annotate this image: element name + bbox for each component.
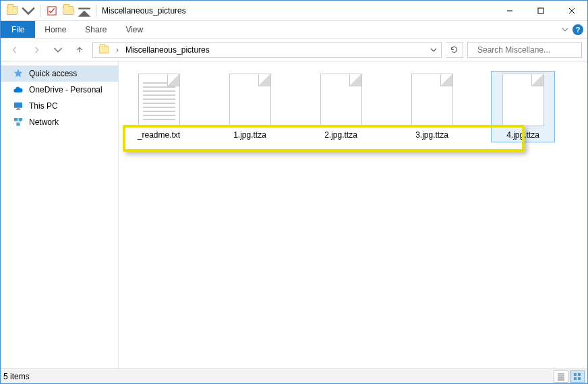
svg-rect-9 xyxy=(574,373,577,376)
svg-rect-10 xyxy=(578,373,581,376)
tab-view[interactable]: View xyxy=(116,21,152,38)
file-item[interactable]: 4.jpg.ttza xyxy=(491,71,555,142)
quick-access-toolbar xyxy=(1,3,99,18)
folder-icon[interactable] xyxy=(61,3,76,18)
chevron-right-icon: › xyxy=(116,45,119,55)
maximize-button[interactable] xyxy=(525,1,556,20)
properties-checkbox-icon[interactable] xyxy=(45,3,59,18)
sidebar-item-this-pc[interactable]: This PC xyxy=(1,98,118,114)
files-container: _readme.txt1.jpg.ttza2.jpg.ttza3.jpg.ttz… xyxy=(127,71,579,142)
file-label: 4.jpg.ttza xyxy=(506,130,539,140)
tab-share[interactable]: Share xyxy=(76,21,116,38)
svg-rect-12 xyxy=(578,377,581,380)
back-button[interactable] xyxy=(6,41,24,59)
folder-icon[interactable] xyxy=(5,3,20,18)
sidebar-item-onedrive[interactable]: OneDrive - Personal xyxy=(1,82,118,98)
minimize-button[interactable] xyxy=(494,1,525,20)
file-list-pane[interactable]: _readme.txt1.jpg.ttza2.jpg.ttza3.jpg.ttz… xyxy=(119,61,587,368)
sidebar-item-label: Network xyxy=(29,117,59,127)
titlebar: Miscellaneous_pictures xyxy=(1,1,587,21)
blank-file-icon xyxy=(229,74,271,126)
file-label: 2.jpg.ttza xyxy=(324,130,357,140)
navigation-bar: › Miscellaneous_pictures xyxy=(1,38,587,61)
text-file-icon xyxy=(138,74,180,126)
explorer-window: Miscellaneous_pictures File Home Share V… xyxy=(0,0,588,384)
ribbon-collapse-icon[interactable] xyxy=(562,26,568,33)
folder-icon xyxy=(94,43,113,57)
sidebar-item-network[interactable]: Network xyxy=(1,114,118,130)
svg-rect-6 xyxy=(14,118,18,121)
search-box[interactable] xyxy=(467,42,582,58)
sidebar-item-label: This PC xyxy=(29,101,58,111)
address-history-dropdown[interactable] xyxy=(428,47,440,53)
blank-file-icon xyxy=(320,74,362,126)
svg-rect-5 xyxy=(16,109,21,110)
tab-home[interactable]: Home xyxy=(35,21,76,38)
separator xyxy=(96,5,96,17)
svg-rect-1 xyxy=(538,8,543,13)
file-label: _readme.txt xyxy=(138,130,180,140)
recent-locations-button[interactable] xyxy=(49,41,67,59)
search-input[interactable] xyxy=(476,45,580,55)
blank-file-icon xyxy=(411,74,453,126)
svg-rect-11 xyxy=(574,377,577,380)
navigation-pane: Quick access OneDrive - Personal This PC… xyxy=(1,61,119,368)
sidebar-item-label: OneDrive - Personal xyxy=(29,85,102,94)
svg-rect-7 xyxy=(19,118,22,121)
breadcrumb-item[interactable]: Miscellaneous_pictures xyxy=(121,43,214,57)
chevron-down-icon xyxy=(21,3,36,18)
separator xyxy=(40,5,40,17)
svg-rect-4 xyxy=(17,108,20,109)
large-icons-view-button[interactable] xyxy=(570,371,585,383)
sidebar-item-quick-access[interactable]: Quick access xyxy=(1,65,118,82)
file-item[interactable]: 3.jpg.ttza xyxy=(400,71,464,142)
close-button[interactable] xyxy=(556,1,587,20)
cloud-icon xyxy=(13,84,24,95)
qat-dropdown[interactable] xyxy=(21,3,36,18)
item-count: 5 items xyxy=(3,372,30,381)
svg-rect-3 xyxy=(14,103,22,108)
file-item[interactable]: 2.jpg.ttza xyxy=(309,71,373,142)
ribbon-tabs: File Home Share View ? xyxy=(1,21,587,38)
file-label: 1.jpg.ttza xyxy=(233,130,266,140)
help-icon[interactable]: ? xyxy=(572,24,583,35)
qat-customize[interactable] xyxy=(77,3,92,18)
window-title: Miscellaneous_pictures xyxy=(102,6,186,16)
address-bar[interactable]: › Miscellaneous_pictures xyxy=(92,42,442,58)
up-button[interactable] xyxy=(71,41,88,59)
chevron-down-icon xyxy=(77,3,92,18)
blank-file-icon xyxy=(502,74,544,126)
svg-rect-8 xyxy=(16,123,20,126)
star-icon xyxy=(13,68,24,79)
network-icon xyxy=(13,117,24,128)
body: Quick access OneDrive - Personal This PC… xyxy=(1,61,587,368)
sidebar-item-label: Quick access xyxy=(29,69,77,78)
window-controls xyxy=(494,1,587,20)
monitor-icon xyxy=(13,101,24,111)
file-tab[interactable]: File xyxy=(1,21,35,38)
file-item[interactable]: _readme.txt xyxy=(127,71,191,142)
details-view-button[interactable] xyxy=(554,371,568,383)
refresh-button[interactable] xyxy=(446,42,463,58)
file-item[interactable]: 1.jpg.ttza xyxy=(218,71,282,142)
forward-button[interactable] xyxy=(28,41,45,59)
file-label: 3.jpg.ttza xyxy=(415,130,448,140)
status-bar: 5 items xyxy=(1,368,587,383)
